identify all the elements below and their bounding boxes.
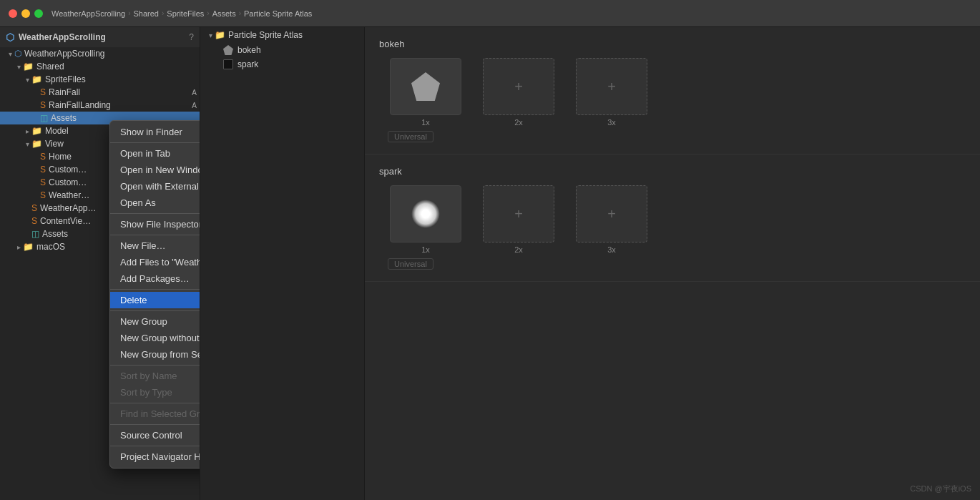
spark-universal-row: Universal (388, 258, 966, 270)
breadcrumb-sep-4: › (239, 9, 241, 17)
spark-universal-label: Universal (388, 258, 433, 270)
spark-thumbnail (223, 59, 233, 69)
bokeh-grid: 1x + 2x + 3x (379, 58, 966, 127)
particle-atlas-group[interactable]: ▾ 📁 Particle Sprite Atlas (200, 27, 364, 43)
cm-sep-2 (110, 213, 200, 214)
tree-item-rainfalllanding[interactable]: ▸ S RainFallLanding A (0, 99, 200, 112)
spark-label-1x: 1x (421, 245, 430, 254)
bokeh-thumbnail (223, 45, 233, 55)
assets-icon: ◫ (40, 113, 48, 123)
breadcrumb-assets[interactable]: Assets (212, 9, 236, 18)
sidebar: ⬡ WeatherAppScrolling ? ▾ ⬡ WeatherAppSc… (0, 27, 200, 500)
bokeh-list-item[interactable]: bokeh (200, 43, 364, 57)
cm-project-navigator-help[interactable]: Project Navigator Help (110, 448, 200, 465)
cm-find-in-selected-groups-label: Find in Selected Groups… (120, 408, 200, 419)
spark-grid: 1x + 2x + 3x (379, 185, 966, 254)
cm-open-in-new-window[interactable]: Open in New Window (110, 162, 200, 178)
cm-open-in-tab-label: Open in Tab (120, 148, 170, 159)
cm-source-control-label: Source Control (120, 430, 182, 441)
title-bar: WeatherAppScrolling › Shared › SpriteFil… (0, 0, 980, 27)
breadcrumb-shared[interactable]: Shared (133, 9, 158, 18)
bokeh-label: bokeh (237, 45, 358, 55)
cm-add-files[interactable]: Add Files to "WeatherAppScrolling"… (110, 254, 200, 270)
cm-new-group-without-folder[interactable]: New Group without Folder (110, 330, 200, 346)
spark-plus-3x: + (607, 207, 616, 221)
bokeh-title: bokeh (379, 39, 966, 49)
swift-rainfalllanding-icon: S (40, 100, 46, 110)
spark-label-3x: 3x (607, 245, 616, 254)
breadcrumb-sep-2: › (162, 9, 164, 17)
bokeh-label-3x: 3x (607, 118, 616, 127)
cm-new-group-from-selection[interactable]: New Group from Selection (110, 346, 200, 363)
group-folder-icon: 📁 (215, 30, 225, 40)
bokeh-universal-label: Universal (388, 131, 433, 142)
folder-model-icon: 📁 (31, 126, 42, 136)
sidebar-project-name: WeatherAppScrolling (19, 32, 106, 42)
folder-spritefiles-icon: 📁 (31, 74, 42, 84)
tree-item-rainfall[interactable]: ▸ S RainFall A (0, 86, 200, 99)
swift-custom1-icon: S (40, 165, 46, 175)
bokeh-plus-3x: + (607, 79, 616, 94)
content-wrapper: ▾ 📁 Particle Sprite Atlas bokeh spark bo… (200, 27, 980, 500)
bokeh-box-3x[interactable]: + (576, 58, 647, 115)
cm-new-group-without-folder-label: New Group without Folder (120, 333, 200, 343)
spark-label-2x: 2x (514, 245, 523, 254)
minimize-button[interactable] (21, 9, 30, 18)
cm-new-group-from-selection-label: New Group from Selection (120, 349, 200, 360)
cm-show-file-inspector-label: Show File Inspector (120, 219, 200, 230)
sidebar-title: ⬡ WeatherAppScrolling (6, 31, 106, 43)
cm-add-files-label: Add Files to "WeatherAppScrolling"… (120, 257, 200, 268)
cm-source-control[interactable]: Source Control › (110, 427, 200, 443)
swift-weather-icon: S (40, 190, 46, 200)
cm-open-in-new-window-label: Open in New Window (120, 165, 200, 175)
cm-sep-9 (110, 446, 200, 446)
particle-atlas-arrow: ▾ (206, 31, 215, 39)
swift-home-icon: S (40, 152, 46, 162)
breadcrumb-weatherapp[interactable]: WeatherAppScrolling (52, 9, 125, 18)
breadcrumb-particle[interactable]: Particle Sprite Atlas (244, 9, 312, 18)
tree-arrow-shared: ▾ (14, 63, 23, 71)
cm-open-as-label: Open As (120, 197, 156, 208)
cm-show-in-finder[interactable]: Show in Finder (110, 124, 200, 140)
cm-open-as[interactable]: Open As › (110, 195, 200, 211)
tree-item-root[interactable]: ▾ ⬡ WeatherAppScrolling (0, 47, 200, 60)
sidebar-help-icon[interactable]: ? (189, 32, 194, 42)
tree-label-spritefiles: SpriteFiles (45, 74, 197, 84)
cm-sep-1 (110, 142, 200, 143)
cm-delete[interactable]: Delete (110, 292, 200, 308)
main-layout: ⬡ WeatherAppScrolling ? ▾ ⬡ WeatherAppSc… (0, 27, 980, 500)
spark-image (411, 200, 440, 228)
cm-open-with-external-editor[interactable]: Open with External Editor (110, 178, 200, 195)
tree-label-shared: Shared (36, 62, 197, 72)
tree-arrow-model: ▸ (23, 127, 31, 135)
cm-show-file-inspector[interactable]: Show File Inspector (110, 216, 200, 232)
spark-box-2x[interactable]: + (483, 185, 554, 242)
spark-box-1x[interactable] (390, 185, 461, 242)
bokeh-box-1x[interactable] (390, 58, 461, 115)
spark-box-3x[interactable]: + (576, 185, 647, 242)
close-button[interactable] (9, 9, 17, 18)
cm-find-in-selected-groups: Find in Selected Groups… (110, 406, 200, 422)
spark-list-item[interactable]: spark (200, 57, 364, 72)
cm-add-packages[interactable]: Add Packages… (110, 270, 200, 287)
cm-new-group[interactable]: New Group (110, 313, 200, 330)
breadcrumb-sep-1: › (128, 9, 130, 17)
tree-label-root: WeatherAppScrolling (24, 49, 197, 59)
cm-sep-7 (110, 403, 200, 403)
maximize-button[interactable] (34, 9, 43, 18)
folder-shared-icon: 📁 (23, 62, 34, 72)
breadcrumb-sep-3: › (207, 9, 209, 17)
tree-badge-rainfalllanding: A (192, 102, 197, 109)
tree-item-shared[interactable]: ▾ 📁 Shared (0, 60, 200, 73)
tree-item-spritefiles[interactable]: ▾ 📁 SpriteFiles (0, 73, 200, 86)
tree-arrow-root: ▾ (6, 50, 14, 58)
bokeh-section: bokeh 1x + 2x (365, 27, 980, 155)
cm-delete-label: Delete (120, 295, 147, 305)
app-icon: ⬡ (6, 31, 14, 43)
cm-sep-8 (110, 424, 200, 425)
cm-new-file[interactable]: New File… (110, 237, 200, 254)
breadcrumb-spritefiles[interactable]: SpriteFiles (167, 9, 204, 18)
cm-show-in-finder-label: Show in Finder (120, 127, 182, 137)
cm-open-in-tab[interactable]: Open in Tab (110, 145, 200, 162)
bokeh-box-2x[interactable]: + (483, 58, 554, 115)
